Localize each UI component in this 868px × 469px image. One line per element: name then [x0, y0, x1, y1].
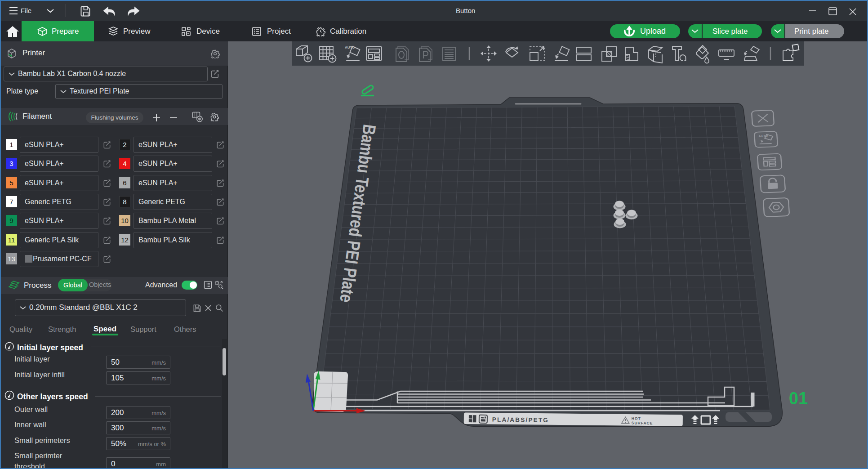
svg-text:AUTO: AUTO [345, 45, 355, 49]
svg-text:PLA/ABS/PETG: PLA/ABS/PETG [492, 416, 549, 424]
svg-text:SURFACE: SURFACE [632, 421, 653, 425]
svg-text:01: 01 [789, 389, 808, 408]
svg-text:AUTO: AUTO [758, 134, 768, 138]
svg-text:HOT: HOT [632, 416, 641, 421]
